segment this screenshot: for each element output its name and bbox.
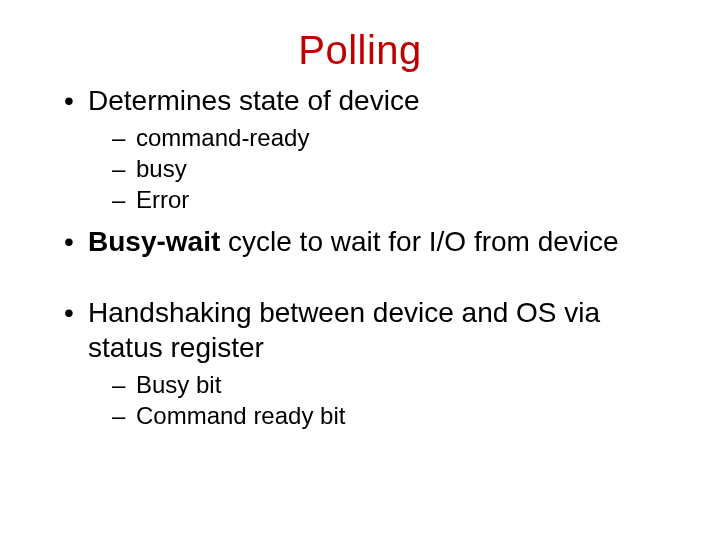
bullet-list: Determines state of device command-ready… — [60, 83, 660, 431]
bullet-item: Handshaking between device and OS via st… — [60, 295, 660, 431]
sub-list: Busy bit Command ready bit — [88, 369, 660, 431]
sub-item: command-ready — [88, 122, 660, 153]
bullet-text: Handshaking between device and OS via st… — [88, 297, 600, 363]
bullet-text: cycle to wait for I/O from device — [220, 226, 618, 257]
slide: Polling Determines state of device comma… — [0, 0, 720, 540]
sub-item: Error — [88, 184, 660, 215]
slide-title: Polling — [60, 28, 660, 73]
bullet-text-bold: Busy-wait — [88, 226, 220, 257]
bullet-item: Determines state of device command-ready… — [60, 83, 660, 216]
sub-item: Busy bit — [88, 369, 660, 400]
sub-item: busy — [88, 153, 660, 184]
spacer — [60, 263, 660, 291]
bullet-item: Busy-wait cycle to wait for I/O from dev… — [60, 224, 660, 259]
sub-item: Command ready bit — [88, 400, 660, 431]
sub-list: command-ready busy Error — [88, 122, 660, 216]
bullet-text: Determines state of device — [88, 85, 420, 116]
